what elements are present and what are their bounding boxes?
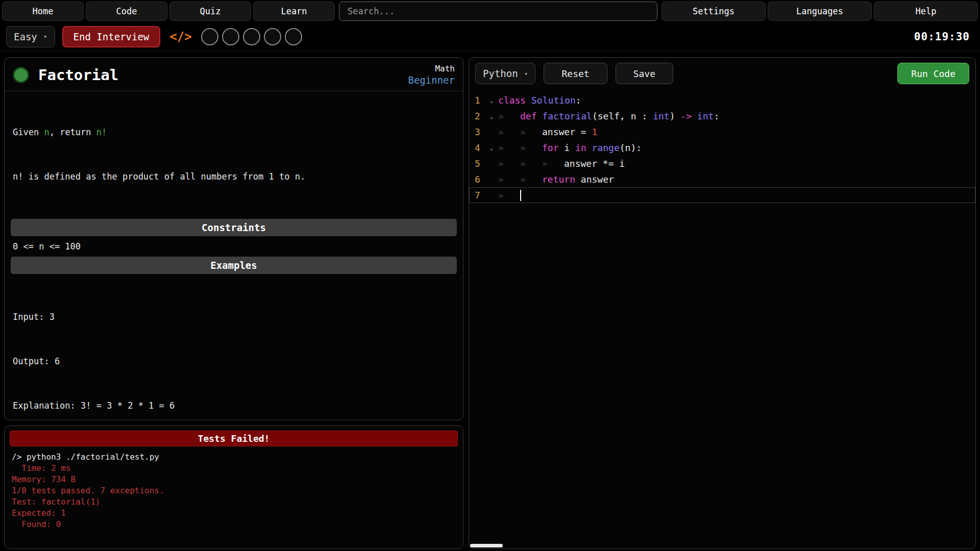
nav-left: Home Code Quiz Learn <box>2 2 335 21</box>
nav-item-languages[interactable]: Languages <box>768 2 872 21</box>
indent-guide-icon: » <box>520 174 542 185</box>
test-output-line: Expected: 1 <box>12 508 456 519</box>
problem-description-line1: Given n, return n! <box>13 125 455 140</box>
indent-guide-icon: » <box>498 174 520 185</box>
nav-item-quiz[interactable]: Quiz <box>169 2 251 21</box>
problem-panel: Factorial Math Beginner Given n, return … <box>4 57 463 420</box>
code-token: return <box>542 174 581 185</box>
code-token: 1 <box>592 127 598 137</box>
indent-guide-icon: » <box>498 190 520 201</box>
example-1: Input: 3 Output: 6 Explanation: 3! = 3 *… <box>13 280 455 420</box>
nav-item-home[interactable]: Home <box>2 2 84 21</box>
tests-panel: Tests Failed! /> python3 ./factorial/tes… <box>4 425 463 549</box>
code-line[interactable]: 3»»answer = 1 <box>469 124 975 140</box>
chevron-down-icon: ▾ <box>43 33 47 40</box>
code-line[interactable]: 7» <box>469 187 975 203</box>
save-button[interactable]: Save <box>616 63 673 84</box>
line-number: 3 <box>470 127 485 137</box>
code-line[interactable]: 4⌄»»for i in range(n): <box>469 140 975 156</box>
reset-button[interactable]: Reset <box>544 63 607 84</box>
code-token: range <box>592 142 620 153</box>
test-output-line: 1/8 tests passed. 7 exceptions. <box>12 485 456 496</box>
progress-circles <box>201 28 302 45</box>
problem-tags: Math Beginner <box>408 64 455 86</box>
editor-h-scrollbar[interactable] <box>470 544 503 547</box>
code-line[interactable]: 6»»return answer <box>469 171 975 187</box>
test-output-line: /> python3 ./factorial/test.py <box>12 452 456 463</box>
code-token: Solution <box>531 95 576 106</box>
problem-difficulty[interactable]: Beginner <box>408 74 455 86</box>
line-number: 5 <box>470 158 485 169</box>
language-select[interactable]: Python ▾ <box>475 63 535 84</box>
test-output-line: Memory: 734 B <box>12 474 456 485</box>
code-token: answer = <box>542 127 592 137</box>
examples-header: Examples <box>11 257 457 274</box>
indent-guide-icon: » <box>520 158 542 169</box>
constraints-header: Constraints <box>11 219 457 236</box>
test-output-line: Test: factorial(1) <box>12 496 456 508</box>
fold-chevron-icon[interactable]: ⌄ <box>485 96 498 104</box>
code-token: class <box>498 95 531 106</box>
indent-guide-icon: » <box>498 127 520 137</box>
line-number: 2 <box>470 111 485 121</box>
code-icon: </> <box>167 30 193 44</box>
example-explanation: Explanation: 3! = 3 * 2 * 1 = 6 <box>13 398 455 413</box>
code-token: (self, n : <box>592 111 653 121</box>
line-number: 1 <box>470 95 485 106</box>
nav-item-settings[interactable]: Settings <box>662 2 766 21</box>
code-editor[interactable]: 1⌄class Solution:2⌄»def factorial(self, … <box>469 89 975 548</box>
run-code-button[interactable]: Run Code <box>897 63 969 84</box>
fold-chevron-icon[interactable]: ⌄ <box>485 144 498 152</box>
problem-status-icon <box>13 67 29 83</box>
fold-chevron-icon[interactable]: ⌄ <box>485 112 498 120</box>
search-input[interactable] <box>339 2 657 21</box>
line-number: 6 <box>470 174 485 185</box>
top-navbar: Home Code Quiz Learn Settings Languages … <box>0 0 980 22</box>
code-token: : <box>714 111 719 121</box>
problem-description-line2: n! is defined as the product of all numb… <box>13 169 455 184</box>
progress-circle <box>243 28 260 45</box>
nav-item-code[interactable]: Code <box>86 2 167 21</box>
indent-guide-icon: » <box>542 158 564 169</box>
chevron-down-icon: ▾ <box>524 70 528 78</box>
code-token: : <box>576 95 581 106</box>
code-token: in <box>575 142 592 153</box>
code-token: factorial <box>542 111 592 121</box>
editor-toolbar: Python ▾ Reset Save Run Code <box>469 58 975 89</box>
interview-timer: 00:19:30 <box>914 31 974 43</box>
indent-guide-icon: » <box>498 158 520 169</box>
end-interview-button[interactable]: End Interview <box>62 26 161 47</box>
page-title: Factorial <box>38 66 118 84</box>
indent-guide-icon: » <box>498 111 520 121</box>
example-input: Input: 3 <box>13 310 455 324</box>
code-token <box>692 111 697 121</box>
nav-item-help[interactable]: Help <box>874 2 978 21</box>
language-value: Python <box>483 68 518 79</box>
progress-circle <box>285 28 302 45</box>
code-line[interactable]: 5»»»answer *= i <box>469 156 975 171</box>
nav-item-learn[interactable]: Learn <box>253 2 335 21</box>
code-token: ) <box>670 111 681 121</box>
interview-toolbar: Easy ▾ End Interview </> 00:19:30 <box>0 22 980 51</box>
progress-circle <box>201 28 218 45</box>
tests-output: /> python3 ./factorial/test.py Time: 2 m… <box>5 448 463 533</box>
progress-circle <box>264 28 281 45</box>
progress-circle <box>222 28 239 45</box>
problem-category: Math <box>435 64 455 73</box>
main-area: Factorial Math Beginner Given n, return … <box>0 51 980 551</box>
line-number: 7 <box>470 190 485 201</box>
code-line[interactable]: 2⌄»def factorial(self, n : int) -> int: <box>469 108 975 124</box>
problem-description: Given n, return n! n! is defined as the … <box>5 91 463 216</box>
text-cursor <box>520 190 521 201</box>
code-token: -> <box>680 111 692 121</box>
app-window: Home Code Quiz Learn Settings Languages … <box>0 0 980 551</box>
code-token: i <box>564 142 575 153</box>
tests-status-banner: Tests Failed! <box>10 431 458 446</box>
code-line[interactable]: 1⌄class Solution: <box>469 92 975 108</box>
difficulty-select[interactable]: Easy ▾ <box>6 26 55 47</box>
editor-panel: Python ▾ Reset Save Run Code 1⌄class Sol… <box>469 57 976 549</box>
code-token: int <box>697 111 714 121</box>
constraints-text: 0 <= n <= 100 <box>5 239 463 254</box>
test-output-line: Found: 0 <box>12 519 456 530</box>
test-output-line: Time: 2 ms <box>12 463 456 474</box>
